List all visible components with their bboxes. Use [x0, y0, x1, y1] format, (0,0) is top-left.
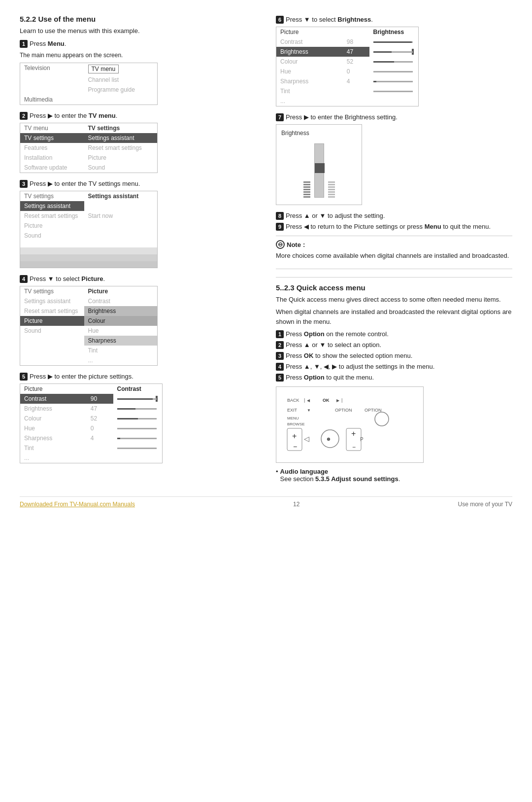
- s523-step-5-text: Press Option to quit the menu.: [286, 374, 374, 381]
- step-5-line: 5 Press ▶ to enter the picture settings.: [20, 373, 256, 381]
- step-9-num: 9: [276, 223, 284, 231]
- svg-text:P: P: [360, 437, 364, 442]
- step-9-line: 9 Press ◀ to return to the Picture setti…: [276, 223, 512, 231]
- step-1-text: Press Menu.: [30, 40, 66, 47]
- note-title: ⊖ Note:: [276, 240, 512, 249]
- bullet-text: Audio language See section 5.3.5 Adjust …: [280, 468, 400, 483]
- menu-picture-row-6: Tint: [20, 346, 158, 355]
- svg-text:−: −: [293, 443, 297, 451]
- step-1-line: 1 Press Menu.: [20, 40, 256, 48]
- menu-tv-main-row-2: Channel list: [20, 75, 158, 85]
- step-9-text: Press ◀ to return to the Picture setting…: [286, 223, 491, 230]
- svg-text:⊛: ⊛: [327, 437, 331, 442]
- s523-step-5: 5 Press Option to quit the menu.: [276, 374, 512, 382]
- mpc-row-brightness: Brightness 47: [20, 404, 163, 414]
- mpb-row-brightness: Brightness 47: [276, 47, 419, 57]
- step-7-line: 7 Press ▶ to enter the Brightness settin…: [276, 113, 512, 121]
- footer-link[interactable]: Downloaded From TV-Manual.com Manuals: [20, 501, 135, 508]
- svg-text:OK: OK: [323, 398, 330, 403]
- step-3-num: 3: [20, 180, 28, 188]
- svg-text:+: +: [292, 432, 297, 440]
- menu-tv-settings-header: TV menu TV settings: [20, 123, 158, 133]
- step-6-line: 6 Press ▼ to select Brightness.: [276, 16, 512, 24]
- mpb-row-colour: Colour 52: [276, 57, 419, 67]
- step-7-num: 7: [276, 113, 284, 121]
- step-5-text: Press ▶ to enter the picture settings.: [30, 373, 133, 380]
- step-7-text: Press ▶ to enter the Brightness setting.: [286, 113, 398, 121]
- mpb-row-contrast: Contrast 98: [276, 37, 419, 47]
- menu-sa-row-4: Sound: [20, 231, 158, 241]
- mpb-row-tint: Tint: [276, 86, 419, 96]
- svg-text:−: −: [352, 444, 356, 451]
- section-divider: [276, 277, 512, 278]
- step-3-line: 3 Press ▶ to enter the TV settings menu.: [20, 180, 256, 188]
- menu-tv-settings: TV menu TV settings TV settings Settings…: [20, 123, 158, 173]
- svg-text:|: |: [341, 398, 342, 403]
- menu-sa-row-6: [20, 247, 158, 254]
- step-4-text: Press ▼ to select Picture.: [30, 275, 105, 282]
- menu-sa-row-3: Picture: [20, 221, 158, 231]
- step-4-line: 4 Press ▼ to select Picture.: [20, 275, 256, 283]
- big-slider-label: Brightness: [281, 130, 357, 137]
- svg-text:|: |: [304, 398, 305, 403]
- menu-tv-main-row-4: Multimedia: [20, 95, 158, 105]
- s523-step-4: 4 Press ▲, ▼, ◀, ▶ to adjust the setting…: [276, 363, 512, 371]
- note-box: ⊖ Note: More choices come available when…: [276, 236, 512, 269]
- menu-sa-row-2: Reset smart settings Start now: [20, 211, 158, 221]
- mpc-row-hue: Hue 0: [20, 423, 163, 433]
- svg-text:EXIT: EXIT: [287, 408, 298, 413]
- slider-ticks-left: [303, 143, 310, 198]
- mpb-header: Picture Brightness: [276, 27, 419, 37]
- step-2-num: 2: [20, 112, 28, 120]
- footer-page-num: 12: [293, 501, 299, 508]
- step-1-num: 1: [20, 40, 28, 48]
- menu-tv-settings-row-2: Features Reset smart settings: [20, 143, 158, 153]
- mpc-row-tint: Tint: [20, 443, 163, 453]
- menu-tv-main: Television TV menu Channel list Programm…: [20, 63, 158, 105]
- menu-tv-settings-row-3: Installation Picture: [20, 153, 158, 163]
- s523-step-2-text: Press ▲ or ▼ to select an option.: [286, 341, 381, 349]
- bullet-audio-language: • Audio language See section 5.3.5 Adjus…: [276, 468, 512, 483]
- note-text: More choices come available when digital…: [276, 251, 512, 261]
- s523-step-1: 1 Press Option on the remote control.: [276, 330, 512, 338]
- section-title: 5.2.2 Use of the menu: [20, 15, 256, 23]
- menu-sa-row-7: [20, 254, 158, 261]
- s523-step-3: 3 Press OK to show the selected option m…: [276, 352, 512, 360]
- section523-intro1: The Quick access menu gives direct acces…: [276, 295, 512, 305]
- step-1-sub: The main menu appears on the screen.: [20, 51, 256, 60]
- footer-right-text: Use more of your TV: [458, 501, 512, 508]
- mpc-header: Picture Contrast: [20, 384, 163, 394]
- left-column: 5.2.2 Use of the menu Learn to use the m…: [20, 15, 256, 485]
- menu-tv-main-header-right: TV menu: [84, 63, 158, 75]
- s523-step-2-num: 2: [276, 341, 284, 349]
- mpc-row-sharpness: Sharpness 4: [20, 433, 163, 443]
- menu-tv-settings-row-1: TV settings Settings assistant: [20, 133, 158, 143]
- step-4-num: 4: [20, 275, 28, 283]
- menu-sa-row-1: Settings assistant: [20, 201, 158, 211]
- menu-settings-assistant: TV settings Settings assistant Settings …: [20, 191, 158, 269]
- menu-picture-row-5: Sharpness: [20, 336, 158, 346]
- menu-tv-main-header-left: Television: [20, 63, 84, 75]
- bullet-dot: •: [276, 468, 278, 483]
- step-3-text: Press ▶ to enter the TV settings menu.: [30, 180, 140, 187]
- menu-picture-contrast: Picture Contrast Contrast 90 Brightness …: [20, 384, 163, 463]
- brightness-slider-box: Brightness: [276, 124, 362, 205]
- mpc-row-more: ...: [20, 453, 163, 463]
- menu-picture-row-7: ...: [20, 355, 158, 366]
- step-6-num: 6: [276, 16, 284, 24]
- page-footer: Downloaded From TV-Manual.com Manuals 12…: [20, 496, 512, 508]
- step-2-text: Press ▶ to enter the TV menu.: [30, 112, 117, 119]
- step-8-num: 8: [276, 212, 284, 220]
- s523-step-1-num: 1: [276, 330, 284, 338]
- note-icon: ⊖: [276, 240, 285, 249]
- menu-picture-row-1: Settings assistant Contrast: [20, 296, 158, 306]
- svg-text:◀: ◀: [307, 398, 310, 403]
- mpb-row-more: ...: [276, 96, 419, 106]
- slider-ticks-right: [328, 143, 335, 198]
- slider-thumb: [315, 163, 325, 173]
- remote-back-label: BACK: [287, 398, 299, 403]
- remote-control-illustration: BACK | ◀ OK ▶ | EXIT ▼ OPTION OPTION MEN…: [276, 386, 424, 463]
- svg-text:+: +: [351, 429, 356, 438]
- menu-sa-row-8: [20, 261, 158, 268]
- section-intro: Learn to use the menus with this example…: [20, 26, 256, 36]
